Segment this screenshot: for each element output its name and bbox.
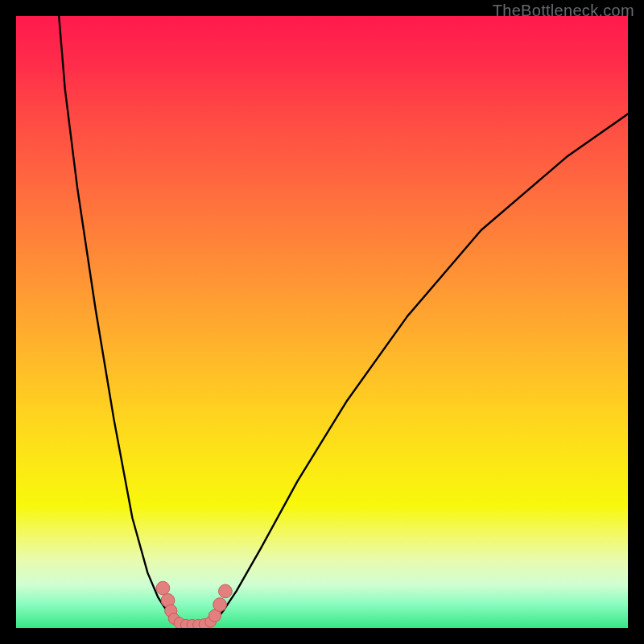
data-marker — [219, 584, 233, 598]
curve-group — [59, 16, 628, 625]
watermark-text: TheBottleneck.com — [493, 2, 634, 20]
data-marker — [213, 598, 227, 612]
data-marker — [156, 581, 170, 595]
bottleneck-curve — [59, 16, 628, 625]
outer-frame: TheBottleneck.com — [0, 0, 644, 644]
plot-area — [16, 16, 628, 628]
marker-group — [156, 581, 232, 628]
chart-svg — [16, 16, 628, 628]
